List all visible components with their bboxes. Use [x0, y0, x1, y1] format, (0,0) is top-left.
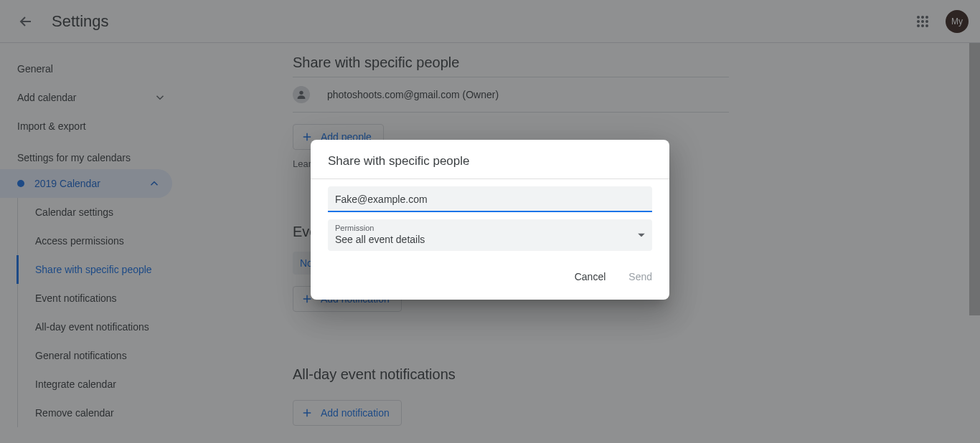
dropdown-arrow-icon [638, 234, 645, 237]
dialog-title: Share with specific people [311, 140, 669, 179]
cancel-button[interactable]: Cancel [572, 267, 609, 287]
permission-label: Permission [335, 224, 645, 232]
permission-value: See all event details [335, 234, 645, 245]
share-dialog: Share with specific people Permission Se… [311, 140, 669, 300]
permission-select[interactable]: Permission See all event details [328, 219, 652, 251]
send-button[interactable]: Send [626, 267, 655, 287]
email-input-container[interactable] [328, 186, 652, 212]
dialog-actions: Cancel Send [311, 261, 669, 300]
email-input[interactable] [335, 194, 645, 205]
